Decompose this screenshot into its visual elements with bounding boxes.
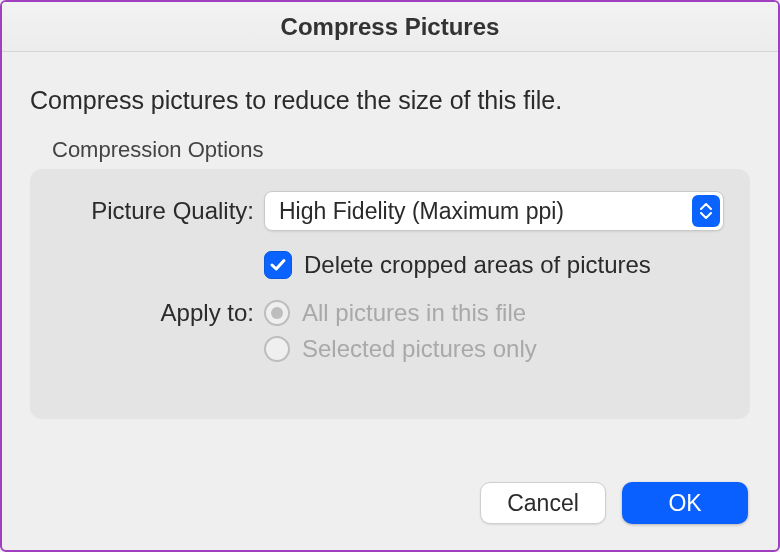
dialog-content: Compress pictures to reduce the size of …: [2, 52, 778, 419]
apply-to-label: Apply to:: [56, 299, 264, 327]
dialog-title: Compress Pictures: [281, 13, 500, 41]
cancel-button[interactable]: Cancel: [480, 482, 606, 524]
apply-to-option-selected: Selected pictures only: [302, 335, 537, 363]
delete-cropped-label: Delete cropped areas of pictures: [304, 251, 651, 279]
delete-cropped-row: Delete cropped areas of pictures: [56, 251, 724, 279]
ok-button[interactable]: OK: [622, 482, 748, 524]
dialog-intro-text: Compress pictures to reduce the size of …: [30, 86, 750, 115]
picture-quality-row: Picture Quality: High Fidelity (Maximum …: [56, 191, 724, 231]
picture-quality-select[interactable]: High Fidelity (Maximum ppi): [264, 191, 724, 231]
groupbox-legend: Compression Options: [52, 137, 750, 163]
apply-to-radio-selected[interactable]: [264, 336, 290, 362]
apply-to-row-2: Selected pictures only: [56, 335, 724, 363]
apply-to-radio-all[interactable]: [264, 300, 290, 326]
picture-quality-value: High Fidelity (Maximum ppi): [279, 198, 564, 225]
dialog-titlebar: Compress Pictures: [2, 2, 778, 52]
dialog-footer: Cancel OK: [480, 482, 748, 524]
apply-to-row-1: Apply to: All pictures in this file: [56, 299, 724, 327]
delete-cropped-checkbox[interactable]: [264, 251, 292, 279]
compression-options-group: Picture Quality: High Fidelity (Maximum …: [30, 169, 750, 419]
apply-to-option-all: All pictures in this file: [302, 299, 526, 327]
picture-quality-label: Picture Quality:: [56, 197, 264, 225]
select-stepper-icon: [692, 195, 720, 227]
